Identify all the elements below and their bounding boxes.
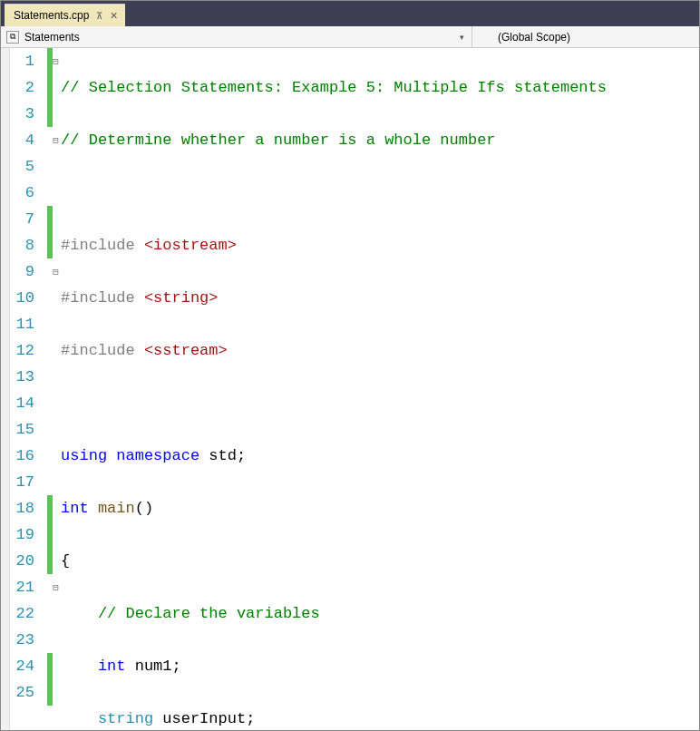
fold-toggle <box>53 74 59 101</box>
code-line: int main() <box>61 495 699 521</box>
fold-toggle <box>53 390 59 416</box>
margin-bar <box>1 48 10 731</box>
line-number: 11 <box>10 311 34 337</box>
fold-toggle <box>53 627 59 653</box>
fold-toggle <box>53 416 59 443</box>
tab-filename: Statements.cpp <box>14 9 89 22</box>
fold-toggle <box>53 364 59 390</box>
line-number: 19 <box>10 521 34 548</box>
code-line: #include <string> <box>61 285 699 311</box>
fold-toggle <box>53 180 59 206</box>
fold-toggle <box>53 443 59 469</box>
class-icon: ⧉ <box>6 31 19 44</box>
code-line: #include <sstream> <box>61 337 699 364</box>
line-number: 22 <box>10 600 34 627</box>
line-number: 12 <box>10 337 34 364</box>
line-number: 18 <box>10 495 34 521</box>
fold-toggle <box>53 521 59 548</box>
line-number: 17 <box>10 469 34 495</box>
line-number: 1 <box>10 48 34 74</box>
code-line: using namespace std; <box>61 443 699 469</box>
line-number: 16 <box>10 443 34 469</box>
line-number: 5 <box>10 153 34 180</box>
line-number: 14 <box>10 390 34 416</box>
code-line <box>61 180 699 206</box>
scope-right-text: (Global Scope) <box>498 31 570 44</box>
code-line: #include <iostream> <box>61 232 699 258</box>
line-number: 13 <box>10 364 34 390</box>
tab-bar: Statements.cpp ⊼ × <box>1 1 699 26</box>
fold-toggle <box>53 206 59 232</box>
code-line: string userInput; <box>61 706 699 731</box>
line-number: 3 <box>10 101 34 127</box>
code-line: { <box>61 548 699 574</box>
line-number: 9 <box>10 258 34 285</box>
line-number: 15 <box>10 416 34 443</box>
code-line: int num1; <box>61 653 699 679</box>
fold-bar: ⊟⊟⊟⊟ <box>53 48 59 731</box>
fold-toggle[interactable]: ⊟ <box>53 574 59 600</box>
line-number: 25 <box>10 679 34 706</box>
fold-toggle <box>53 232 59 258</box>
code-editor[interactable]: 1234567891011121314151617181920212223242… <box>1 48 699 731</box>
fold-toggle <box>53 469 59 495</box>
fold-toggle <box>53 311 59 337</box>
line-number: 10 <box>10 285 34 311</box>
line-number: 23 <box>10 627 34 653</box>
scope-left-text: Statements <box>24 31 80 44</box>
line-number: 2 <box>10 74 34 101</box>
chevron-down-icon: ▾ <box>460 33 464 42</box>
fold-toggle <box>53 337 59 364</box>
fold-toggle <box>53 285 59 311</box>
code-line <box>61 390 699 416</box>
code-line: // Declare the variables <box>61 600 699 627</box>
fold-toggle <box>53 101 59 127</box>
line-number: 6 <box>10 180 34 206</box>
fold-toggle <box>53 679 59 706</box>
line-number: 21 <box>10 574 34 600</box>
code-area[interactable]: // Selection Statements: Example 5: Mult… <box>59 48 699 731</box>
close-icon[interactable]: × <box>110 8 117 23</box>
fold-toggle[interactable]: ⊟ <box>53 48 59 74</box>
fold-toggle <box>53 600 59 627</box>
fold-toggle <box>53 548 59 574</box>
file-tab[interactable]: Statements.cpp ⊼ × <box>5 4 125 26</box>
fold-toggle[interactable]: ⊟ <box>53 127 59 153</box>
line-number: 24 <box>10 653 34 679</box>
navigation-bar: ⧉ Statements ▾ (Global Scope) <box>1 26 699 48</box>
line-number: 4 <box>10 127 34 153</box>
fold-toggle <box>53 653 59 679</box>
line-number-gutter: 1234567891011121314151617181920212223242… <box>10 48 47 731</box>
fold-toggle <box>53 495 59 521</box>
code-line: // Selection Statements: Example 5: Mult… <box>61 74 699 101</box>
line-number: 8 <box>10 232 34 258</box>
scope-dropdown-left[interactable]: ⧉ Statements ▾ <box>1 26 472 47</box>
code-line: // Determine whether a number is a whole… <box>61 127 699 153</box>
fold-toggle <box>53 153 59 180</box>
fold-toggle[interactable]: ⊟ <box>53 258 59 285</box>
line-number: 7 <box>10 206 34 232</box>
line-number: 20 <box>10 548 34 574</box>
pin-icon[interactable]: ⊼ <box>96 11 102 21</box>
scope-dropdown-right[interactable]: (Global Scope) <box>472 31 570 44</box>
